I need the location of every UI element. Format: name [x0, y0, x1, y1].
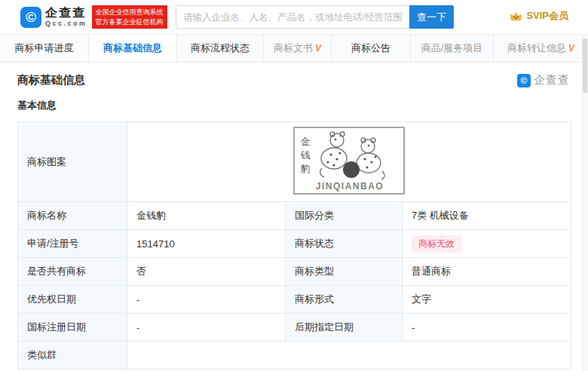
value-trademark-type: 普通商标 [403, 258, 571, 286]
vip-icon: V [568, 43, 574, 54]
label-trademark-image: 商标图案 [18, 122, 127, 202]
site-header: © 企查查 Qcc.com 全国企业信用查询系统 官方备案企业征信机构 查一下 … [0, 0, 588, 34]
svg-text:豹: 豹 [301, 163, 311, 174]
value-shared-trademark: 否 [127, 258, 286, 286]
svg-text:金: 金 [301, 136, 311, 147]
qcc-watermark-icon: © [517, 74, 531, 87]
label-trademark-status: 商标状态 [286, 230, 403, 258]
label-trademark-name: 商标名称 [18, 202, 127, 230]
table-row: 优先权日期 - 商标形式 文字 [18, 286, 571, 314]
qcc-logo-domain: Qcc.com [45, 20, 87, 27]
tab-trademark-basic-info[interactable]: 商标基础信息 [89, 35, 177, 62]
svg-text:JINQIANBAO: JINQIANBAO [316, 181, 384, 192]
table-row: 申请/注册号 1514710 商标状态 商标无效 [18, 230, 571, 258]
table-row: 是否共有商标 否 商标类型 普通商标 [18, 258, 571, 286]
status-badge: 商标无效 [412, 235, 461, 253]
trademark-info-table: 商标图案 金 钱 豹 [17, 121, 571, 369]
content-area: 商标基础信息 © 企查查 基本信息 商标图案 金 钱 豹 [0, 63, 582, 371]
vertical-scrollbar [582, 34, 588, 371]
svg-text:钱: 钱 [301, 149, 311, 161]
trademark-detail-page: © 企查查 Qcc.com 全国企业信用查询系统 官方备案企业征信机构 查一下 … [0, 0, 588, 371]
gov-credential-badge: 全国企业信用查询系统 官方备案企业征信机构 [92, 5, 167, 28]
svip-label: SVIP会员 [526, 9, 568, 23]
search-input[interactable] [176, 5, 409, 29]
label-registration-number: 申请/注册号 [18, 230, 127, 258]
qcc-logo-name: 企查查 [45, 7, 87, 19]
value-later-designation-date: - [403, 314, 571, 342]
qcc-logo-icon: © [20, 7, 41, 28]
value-trademark-status: 商标无效 [403, 230, 571, 258]
table-row-similar-group: 类似群 [18, 342, 571, 369]
gov-badge-line1: 全国企业信用查询系统 [96, 8, 164, 17]
tab-trademark-process-status[interactable]: 商标流程状态 [177, 35, 264, 62]
label-later-designation-date: 后期指定日期 [286, 314, 403, 342]
crown-icon [510, 11, 522, 22]
label-priority-date: 优先权日期 [18, 286, 127, 314]
qcc-logo[interactable]: © 企查查 Qcc.com [20, 7, 87, 28]
label-similar-group: 类似群 [18, 342, 127, 369]
svip-entry[interactable]: SVIP会员 [510, 9, 568, 23]
value-trademark-name: 金钱豹 [127, 202, 286, 230]
gov-badge-line2: 官方备案企业征信机构 [96, 17, 164, 26]
tab-goods-services[interactable]: 商品/服务项目 [411, 35, 494, 62]
label-intl-class: 国际分类 [286, 202, 403, 230]
value-trademark-form: 文字 [403, 286, 571, 314]
qcc-watermark-text: 企查查 [534, 73, 570, 87]
search-button[interactable]: 查一下 [409, 5, 454, 29]
label-intl-registration-date: 国标注册日期 [18, 314, 127, 342]
label-trademark-form: 商标形式 [286, 286, 403, 314]
coin-shape [343, 161, 360, 178]
vip-icon: V [315, 43, 321, 54]
label-trademark-type: 商标类型 [286, 258, 403, 286]
tab-trademark-transfer[interactable]: 商标转让信息 V [494, 35, 588, 62]
tab-trademark-progress[interactable]: 商标申请进度 [0, 35, 89, 62]
label-shared-trademark: 是否共有商标 [18, 258, 127, 286]
value-registration-number: 1514710 [127, 230, 286, 258]
value-similar-group [127, 342, 571, 369]
qcc-logo-text: 企查查 Qcc.com [45, 7, 87, 27]
value-priority-date: - [127, 286, 286, 314]
table-row: 国标注册日期 - 后期指定日期 - [18, 314, 571, 342]
value-intl-registration-date: - [127, 314, 286, 342]
cell-trademark-image: 金 钱 豹 [127, 122, 571, 202]
search-bar: 查一下 [176, 5, 454, 29]
tab-trademark-announcement[interactable]: 商标公告 [332, 35, 411, 62]
value-intl-class: 7类 机械设备 [403, 202, 571, 230]
qcc-watermark: © 企查查 [517, 73, 570, 87]
page-title: 商标基础信息 [17, 73, 85, 87]
content-header: 商标基础信息 © 企查查 [0, 63, 582, 87]
tab-trademark-documents[interactable]: 商标文书 V [264, 35, 332, 62]
table-row-image: 商标图案 金 钱 豹 [18, 122, 571, 202]
detail-tabbar: 商标申请进度 商标基础信息 商标流程状态 商标文书 V 商标公告 商品/服务项目… [0, 34, 588, 63]
scrollbar-thumb[interactable] [583, 38, 587, 93]
trademark-image: 金 钱 豹 [292, 124, 406, 197]
table-row: 商标名称 金钱豹 国际分类 7类 机械设备 [18, 202, 571, 230]
section-title-basic-info: 基本信息 [17, 99, 582, 112]
